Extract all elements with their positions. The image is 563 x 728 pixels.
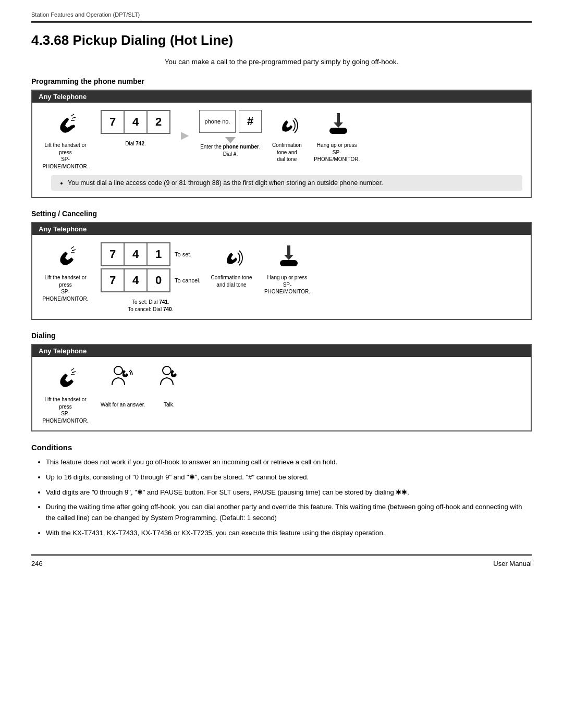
svg-marker-5: [334, 113, 343, 128]
section3-box: Any Telephone: [31, 344, 532, 431]
step-talk: Talk.: [155, 364, 182, 409]
svg-marker-10: [284, 245, 293, 260]
svg-point-16: [163, 366, 171, 375]
intro-text: You can make a call to the pre-programme…: [31, 58, 532, 66]
section2-box: Any Telephone: [31, 222, 532, 320]
step-dial-set-cancel: 7 4 1 To set. 7 4: [101, 242, 201, 313]
conditions-list: This feature does not work if you go off…: [31, 457, 532, 539]
section3-content: Lift the handset or pressSP-PHONE/MONITO…: [32, 357, 531, 430]
step-lift1: Lift the handset or pressSP-PHONE/MONITO…: [41, 110, 90, 170]
page-wrapper: Station Features and Operation (DPT/SLT)…: [0, 0, 563, 728]
key-4-cancel: 4: [124, 269, 147, 292]
svg-point-15: [114, 366, 123, 375]
step-hangup2: Hang up or pressSP-PHONE/MONITOR.: [262, 242, 312, 295]
step-hangup1-label: Hang up or pressSP-PHONE/MONITOR.: [312, 142, 362, 163]
step-lift1-label: Lift the handset or pressSP-PHONE/MONITO…: [41, 142, 90, 170]
step-dial742: 7 4 2 Dial 742.: [101, 110, 170, 147]
confirmation-tone-icon: [273, 110, 300, 139]
condition-2: Up to 16 digits, consisting of "0 throug…: [46, 472, 532, 483]
note-item: You must dial a line access code (9 or 8…: [68, 179, 515, 187]
arrow1: ▶: [181, 129, 189, 141]
step-confirm1: Confirmationtone anddial tone: [272, 110, 302, 163]
section1-content: Lift the handset or pressSP-PHONE/MONITO…: [32, 103, 531, 197]
handset-lift3-icon: [52, 364, 79, 393]
condition-3: Valid digits are "0 through 9", "✱" and …: [46, 487, 532, 498]
hangup2-icon: [274, 242, 301, 271]
section1-heading: Programming the phone number: [31, 77, 532, 85]
key-7-cancel: 7: [101, 269, 124, 292]
phoneno-hash-wrap: phone no. #: [199, 110, 262, 133]
section2-heading: Setting / Canceling: [31, 209, 532, 218]
dial-keys-742: 7 4 2: [101, 110, 170, 137]
phone-no-box: phone no.: [199, 110, 236, 133]
step-dial-set-cancel-label: To set: Dial 741.To cancel: Dial 740.: [128, 299, 173, 313]
section1-box-title: Any Telephone: [32, 91, 531, 103]
step-hangup1: Hang up or pressSP-PHONE/MONITOR.: [312, 110, 362, 163]
svg-line-7: [71, 246, 74, 249]
step-lift3: Lift the handset or pressSP-PHONE/MONITO…: [41, 364, 90, 424]
section3-heading: Dialing: [31, 331, 532, 340]
section2-content: Lift the handset or pressSP-PHONE/MONITO…: [32, 235, 531, 319]
svg-line-8: [72, 250, 76, 251]
bottom-bar: 246 User Manual: [31, 554, 532, 567]
conditions-section: Conditions This feature does not work if…: [31, 443, 532, 539]
section1-note: You must dial a line access code (9 or 8…: [51, 175, 522, 191]
footer-label: User Manual: [493, 560, 532, 567]
svg-line-1: [72, 117, 76, 118]
step-confirm2: Confirmation toneand dial tone: [211, 242, 252, 288]
key-4: 4: [124, 110, 147, 133]
top-label: Station Features and Operation (DPT/SLT): [31, 11, 140, 18]
talk-icon: [155, 364, 182, 398]
condition-4: During the waiting time after going off-…: [46, 502, 532, 524]
handset-lift-icon: [52, 110, 79, 139]
conditions-title: Conditions: [31, 443, 532, 452]
key-2: 2: [147, 110, 170, 133]
svg-line-13: [72, 372, 76, 373]
svg-line-0: [71, 114, 74, 116]
svg-rect-11: [280, 260, 298, 266]
to-set-label: To set.: [175, 251, 191, 257]
key-7: 7: [101, 110, 124, 133]
key-1-set: 1: [147, 243, 170, 266]
page-title: 4.3.68 Pickup Dialing (Hot Line): [31, 32, 532, 48]
section2-box-title: Any Telephone: [32, 223, 531, 235]
svg-line-12: [71, 368, 74, 371]
hash-box: #: [239, 110, 262, 133]
key-7-set: 7: [101, 243, 124, 266]
step-lift2: Lift the handset or pressSP-PHONE/MONITO…: [41, 242, 90, 302]
condition-5: With the KX-T7431, KX-T7433, KX-T7436 or…: [46, 528, 532, 539]
handset-lift2-icon: [52, 242, 79, 271]
step-confirm1-label: Confirmationtone anddial tone: [272, 142, 302, 163]
confirm2-icon: [218, 242, 245, 271]
step-phoneno-label: Enter the phone number. Dial #.: [199, 143, 262, 157]
step-lift2-label: Lift the handset or pressSP-PHONE/MONITO…: [41, 274, 90, 302]
key-4-set: 4: [124, 243, 147, 266]
step-wait-label: Wait for an answer.: [101, 401, 145, 409]
to-cancel-label: To cancel.: [175, 277, 201, 283]
step-hangup2-label: Hang up or pressSP-PHONE/MONITOR.: [262, 274, 312, 295]
section1-box: Any Telephone: [31, 90, 532, 198]
top-bar: Station Features and Operation (DPT/SLT): [31, 10, 532, 23]
section3-step-row: Lift the handset or pressSP-PHONE/MONITO…: [41, 364, 522, 424]
condition-1: This feature does not work if you go off…: [46, 457, 532, 468]
hangup1-icon: [323, 110, 350, 139]
step-dial742-label: Dial 742.: [125, 140, 145, 147]
step-confirm2-label: Confirmation toneand dial tone: [211, 274, 252, 288]
section2-step-row: Lift the handset or pressSP-PHONE/MONITO…: [41, 242, 522, 313]
wait-icon: [107, 364, 139, 398]
step-lift3-label: Lift the handset or pressSP-PHONE/MONITO…: [41, 396, 90, 424]
step-wait: Wait for an answer.: [101, 364, 145, 409]
section1-step-row: Lift the handset or pressSP-PHONE/MONITO…: [41, 110, 522, 170]
key-0-cancel: 0: [147, 269, 170, 292]
page-number: 246: [31, 560, 43, 567]
section3-box-title: Any Telephone: [32, 345, 531, 357]
step-talk-label: Talk.: [164, 401, 175, 409]
svg-rect-6: [329, 128, 347, 134]
step-phoneno: phone no. # Enter the phone number. Dial…: [199, 110, 262, 157]
dial-set-cancel-wrap: 7 4 1 To set. 7 4: [101, 242, 201, 292]
